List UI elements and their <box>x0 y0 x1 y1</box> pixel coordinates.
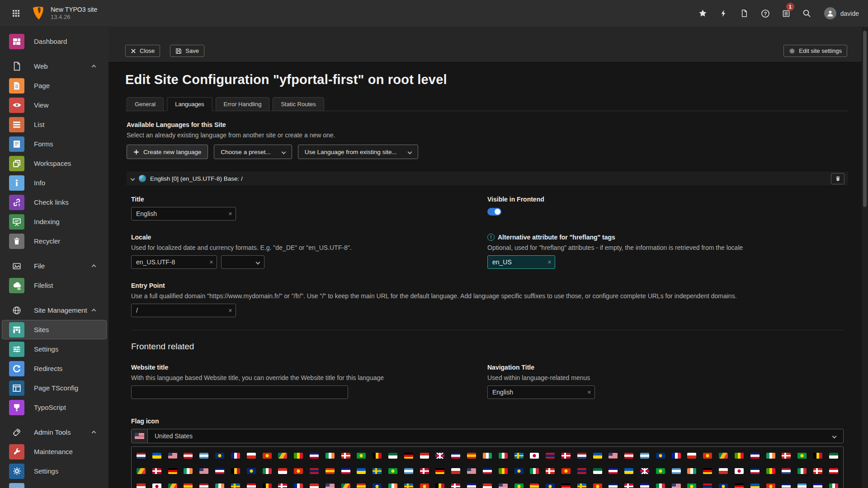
country-flag-option[interactable] <box>703 468 712 474</box>
country-flag-option[interactable] <box>609 468 618 474</box>
country-flag-option[interactable] <box>467 468 476 474</box>
country-flag-option[interactable] <box>467 453 476 459</box>
country-flag-option[interactable] <box>593 483 602 488</box>
search-button[interactable] <box>798 5 816 23</box>
sidebar-item-info[interactable]: Info <box>2 173 107 192</box>
country-flag-option[interactable] <box>561 468 571 474</box>
country-flag-option[interactable] <box>719 453 728 459</box>
sidebar-group-web[interactable]: Web <box>2 56 107 76</box>
sidebar-item-upgrade[interactable]: Upgrade <box>2 481 107 488</box>
country-flag-option[interactable] <box>294 453 303 459</box>
country-flag-option[interactable] <box>797 453 807 459</box>
sidebar-item-maintenance[interactable]: Maintenance <box>2 442 107 461</box>
country-flag-option[interactable] <box>797 483 807 488</box>
country-flag-option[interactable] <box>766 453 775 459</box>
clear-icon[interactable] <box>228 308 232 313</box>
country-flag-option[interactable] <box>656 453 665 459</box>
country-flag-option[interactable] <box>341 453 350 459</box>
country-flag-option[interactable] <box>420 483 429 488</box>
country-flag-option[interactable] <box>294 468 303 474</box>
country-flag-option[interactable] <box>577 468 586 474</box>
country-flag-option[interactable] <box>514 468 524 474</box>
country-flag-option[interactable] <box>168 483 177 488</box>
website-title-input[interactable] <box>131 385 348 399</box>
edit-site-settings-button[interactable]: Edit site settings <box>783 45 847 57</box>
country-flag-option[interactable] <box>624 483 633 488</box>
country-flag-option[interactable] <box>656 483 665 488</box>
bookmarks-button[interactable] <box>694 5 712 23</box>
country-flag-option[interactable] <box>326 483 335 488</box>
country-flag-option[interactable] <box>184 468 193 474</box>
clear-icon[interactable] <box>547 260 552 265</box>
sidebar-group-admin-tools[interactable]: Admin Tools <box>2 422 107 442</box>
country-flag-option[interactable] <box>215 453 224 459</box>
country-flag-option[interactable] <box>813 453 822 459</box>
country-flag-option[interactable] <box>483 468 492 474</box>
country-flag-option[interactable] <box>687 483 696 488</box>
country-flag-option[interactable] <box>829 483 838 488</box>
tab-static-routes[interactable]: Static Routes <box>273 97 324 111</box>
country-flag-option[interactable] <box>357 453 366 459</box>
country-flag-option[interactable] <box>310 453 319 459</box>
country-flag-option[interactable] <box>499 468 508 474</box>
country-flag-option[interactable] <box>199 453 208 459</box>
country-flag-option[interactable] <box>451 483 460 488</box>
country-flag-option[interactable] <box>404 483 413 488</box>
country-flag-option[interactable] <box>514 453 524 459</box>
country-flag-option[interactable] <box>388 468 397 474</box>
country-flag-option[interactable] <box>137 483 146 488</box>
country-flag-option[interactable] <box>247 483 256 488</box>
use-language-existing-site-select[interactable]: Use Language from existing site... <box>298 145 418 159</box>
locale-preset-select[interactable] <box>221 255 264 269</box>
country-flag-option[interactable] <box>577 483 586 488</box>
country-flag-option[interactable] <box>546 468 555 474</box>
scrollbar-thumb[interactable] <box>863 31 867 207</box>
sidebar-item-filelist[interactable]: Filelist <box>2 276 107 295</box>
country-flag-option[interactable] <box>687 453 696 459</box>
country-flag-option[interactable] <box>766 483 775 488</box>
country-flag-option[interactable] <box>735 468 744 474</box>
sidebar-item-page[interactable]: Page <box>2 76 107 95</box>
country-flag-option[interactable] <box>483 483 492 488</box>
country-flag-option[interactable] <box>451 453 460 459</box>
country-flag-option[interactable] <box>373 453 382 459</box>
country-flag-option[interactable] <box>499 453 508 459</box>
country-flag-option[interactable] <box>199 483 208 488</box>
sidebar-item-indexing[interactable]: Indexing <box>2 212 107 231</box>
country-flag-option[interactable] <box>703 483 712 488</box>
country-flag-option[interactable] <box>514 483 524 488</box>
country-flag-option[interactable] <box>247 468 256 474</box>
country-flag-option[interactable] <box>797 468 807 474</box>
country-flag-option[interactable] <box>388 453 397 459</box>
country-flag-option[interactable] <box>341 468 350 474</box>
country-flag-option[interactable] <box>750 453 760 459</box>
country-flag-option[interactable] <box>420 468 429 474</box>
country-flag-option[interactable] <box>357 483 366 488</box>
visible-in-frontend-toggle[interactable] <box>487 208 501 216</box>
country-flag-option[interactable] <box>719 468 728 474</box>
country-flag-option[interactable] <box>813 483 822 488</box>
country-flag-option[interactable] <box>609 483 618 488</box>
tab-general[interactable]: General <box>127 97 164 111</box>
country-flag-option[interactable] <box>247 453 256 459</box>
delete-language-button[interactable] <box>831 173 844 184</box>
country-flag-option[interactable] <box>719 483 728 488</box>
sidebar-item-list[interactable]: List <box>2 115 107 134</box>
country-flag-option[interactable] <box>168 468 177 474</box>
clear-icon[interactable] <box>209 260 213 265</box>
country-flag-option[interactable] <box>609 453 618 459</box>
hreflang-input[interactable] <box>487 255 555 269</box>
country-flag-option[interactable] <box>656 468 665 474</box>
sidebar-item-page-tsconfig[interactable]: Page TSconfig <box>2 378 107 398</box>
country-flag-option[interactable] <box>231 453 240 459</box>
country-flag-option[interactable] <box>215 468 224 474</box>
country-flag-option[interactable] <box>640 483 649 488</box>
country-flag-option[interactable] <box>215 483 224 488</box>
country-flag-option[interactable] <box>813 468 822 474</box>
country-flag-option[interactable] <box>766 468 775 474</box>
sidebar-item-redirects[interactable]: Redirects <box>2 359 107 378</box>
modulemenu-toggle-button[interactable] <box>6 4 25 23</box>
new-document-button[interactable] <box>736 5 754 23</box>
user-menu[interactable]: davide <box>821 7 862 20</box>
country-flag-option[interactable] <box>530 453 539 459</box>
